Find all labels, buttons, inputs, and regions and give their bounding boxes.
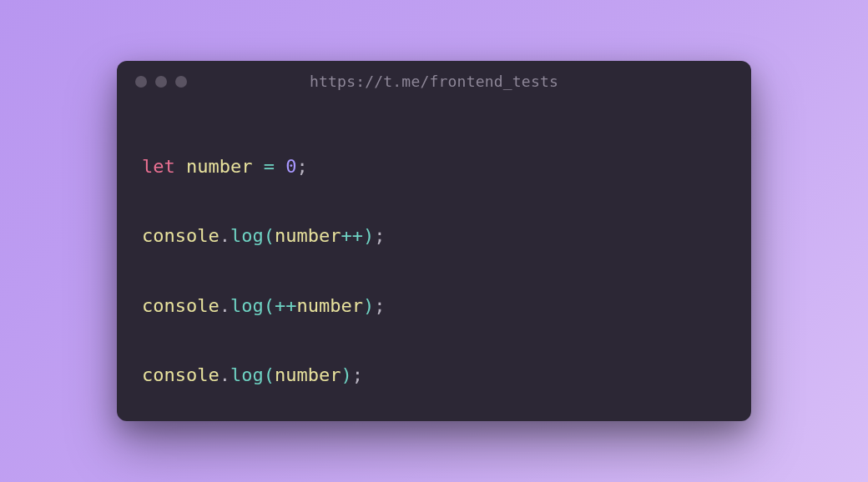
- method: log: [230, 364, 264, 385]
- semicolon: ;: [374, 295, 385, 316]
- identifier: number: [186, 156, 252, 177]
- number-literal: 0: [285, 156, 296, 177]
- code-line: console.log(number++);: [142, 218, 726, 254]
- dot-operator: .: [220, 295, 230, 316]
- code-block: let number = 0; console.log(number++); c…: [117, 99, 751, 421]
- method: log: [230, 295, 264, 316]
- traffic-lights: [135, 76, 187, 88]
- paren: ): [363, 225, 374, 246]
- code-window: https://t.me/frontend_tests let number =…: [117, 61, 751, 421]
- paren: ): [341, 364, 351, 385]
- paren: ): [363, 295, 374, 316]
- object: console: [142, 225, 220, 246]
- paren: (: [264, 225, 275, 246]
- semicolon: ;: [374, 225, 385, 246]
- semicolon: ;: [296, 156, 307, 177]
- window-titlebar: https://t.me/frontend_tests: [117, 61, 751, 99]
- object: console: [142, 295, 220, 316]
- identifier: number: [275, 225, 341, 246]
- operator: =: [264, 156, 275, 177]
- paren: (: [264, 364, 275, 385]
- semicolon: ;: [352, 364, 363, 385]
- operator: ++: [341, 225, 363, 246]
- close-icon[interactable]: [135, 76, 147, 88]
- keyword: let: [142, 156, 175, 177]
- window-title: https://t.me/frontend_tests: [117, 73, 751, 90]
- code-line: console.log(++number);: [142, 289, 726, 324]
- object: console: [142, 364, 220, 385]
- maximize-icon[interactable]: [175, 76, 187, 88]
- minimize-icon[interactable]: [155, 76, 167, 88]
- identifier: number: [296, 295, 362, 316]
- dot-operator: .: [220, 225, 230, 246]
- identifier: number: [275, 364, 341, 385]
- method: log: [230, 225, 264, 246]
- code-line: console.log(number);: [142, 358, 726, 393]
- code-line: let number = 0;: [142, 149, 726, 184]
- operator: ++: [275, 295, 297, 316]
- dot-operator: .: [220, 364, 230, 385]
- paren: (: [264, 295, 275, 316]
